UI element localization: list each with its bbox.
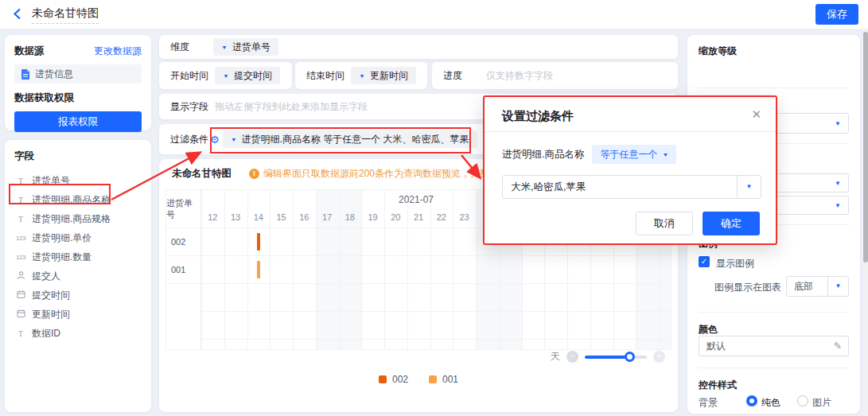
widget-style-title: 控件样式	[699, 379, 737, 392]
datasource-name: 进货信息	[35, 68, 73, 81]
gantt-day-label: 21	[407, 208, 430, 227]
end-time-chip[interactable]: ▼ 更新时间	[351, 67, 416, 84]
topbar: 未命名甘特图 保存	[0, 0, 868, 29]
color-section-title: 颜色	[699, 323, 718, 336]
close-icon[interactable]: ✕	[751, 107, 761, 122]
confirm-button[interactable]: 确定	[703, 212, 760, 235]
filter-label: 过滤条件	[170, 133, 215, 146]
datasource-title: 数据源	[14, 45, 45, 58]
text-field-icon: T	[14, 196, 27, 204]
edit-icon[interactable]: ✎	[834, 340, 842, 352]
field-item[interactable]: 提交时间	[14, 286, 142, 305]
person-field-icon	[14, 270, 27, 282]
field-item[interactable]: 123进货明细.数量	[14, 247, 142, 266]
datasource-item[interactable]: 进货信息	[14, 64, 142, 84]
bg-solid-label: 纯色	[761, 396, 780, 410]
caret-down-icon: ▼	[223, 72, 229, 79]
show-legend-label: 显示图例	[716, 257, 754, 270]
caret-down-icon: ▼	[737, 176, 761, 198]
modal-title: 设置过滤条件	[502, 109, 574, 124]
report-permission-button[interactable]: 报表权限	[14, 111, 142, 132]
gantt-day-label: 13	[224, 208, 247, 227]
filter-modal: 设置过滤条件 ✕ 进货明细.商品名称 等于任意一个 ▼ 大米,哈密瓜,苹果 ▼ …	[483, 95, 777, 245]
slider-track[interactable]	[585, 356, 647, 359]
modal-field-label: 进货明细.商品名称	[502, 148, 584, 161]
start-time-chip[interactable]: ▼ 提交时间	[215, 67, 280, 84]
zoom-section-title: 缩放等级	[699, 45, 737, 58]
cancel-button[interactable]: 取消	[636, 212, 693, 235]
start-time-row: 开始时间 ▼ 提交时间	[159, 62, 292, 89]
gantt-day-label: 19	[361, 208, 384, 227]
start-time-label: 开始时间	[170, 69, 215, 83]
gantt-day-label: 22	[430, 208, 453, 227]
scrollbar-thumb[interactable]	[863, 32, 868, 262]
gantt-day-label: 14	[247, 208, 271, 227]
fields-card: 字段 T进货单号T进货明细.商品名称T进货明细.商品规格123进货明细.单价12…	[5, 140, 151, 412]
color-input[interactable]: 默认 ✎	[699, 336, 849, 356]
field-item[interactable]: T数据ID	[14, 324, 142, 343]
scrollbar-track[interactable]	[863, 29, 868, 416]
field-item[interactable]: T进货明细.商品名称	[14, 190, 142, 209]
calendar-field-icon	[14, 309, 27, 320]
chart-legend: 002001	[159, 374, 678, 385]
display-fields-dropzone[interactable]: 拖动左侧字段到此处来添加显示字段	[215, 100, 368, 114]
filter-settings-gear-icon[interactable]: ⚙︎	[210, 134, 220, 146]
gantt-day-label: 20	[384, 208, 407, 227]
datasource-card: 数据源 更改数据源 进货信息 数据获取权限 报表权限	[5, 35, 151, 130]
save-button[interactable]: 保存	[815, 4, 858, 25]
zoom-in-button[interactable]: +	[653, 351, 665, 363]
dimension-row: 维度 ▼ 进货单号	[159, 35, 678, 59]
change-datasource-link[interactable]: 更改数据源	[94, 45, 142, 58]
filter-value-select[interactable]: 大米,哈密瓜,苹果 ▼	[502, 175, 761, 199]
back-button[interactable]	[13, 8, 24, 21]
filter-condition-chip[interactable]: ▼ 进货明细.商品名称 等于任意一个 大米、哈密瓜、苹果	[223, 130, 477, 148]
fields-title: 字段	[14, 150, 142, 163]
display-fields-label: 显示字段	[170, 100, 215, 114]
caret-down-icon: ▼	[221, 44, 228, 50]
dimension-chip[interactable]: ▼ 进货单号	[213, 38, 278, 56]
field-list: T进货单号T进货明细.商品名称T进货明细.商品规格123进货明细.单价123进货…	[14, 171, 142, 343]
show-legend-checkbox[interactable]: ✓	[699, 256, 710, 267]
number-field-icon: 123	[14, 254, 27, 261]
gantt-row-labels: 002001	[166, 228, 200, 284]
gantt-day-label: 15	[270, 208, 293, 227]
gantt-month-label: 2021-07	[399, 194, 434, 205]
zoom-slider: 天 − +	[551, 350, 665, 364]
field-item[interactable]: T进货明细.商品规格	[14, 209, 142, 228]
text-field-icon: T	[14, 329, 27, 338]
bg-image-radio[interactable]	[797, 395, 808, 406]
gantt-day-label: 18	[339, 208, 362, 227]
zoom-out-button[interactable]: −	[566, 351, 578, 363]
caret-down-icon: ▼	[231, 136, 237, 142]
warning-icon: !	[249, 169, 259, 179]
field-item[interactable]: 123进货明细.单价	[14, 228, 142, 247]
background-label: 背景	[699, 396, 718, 410]
progress-label: 进度	[443, 69, 475, 83]
bg-image-label: 图片	[812, 396, 831, 410]
legend-item-001[interactable]: 001	[429, 374, 458, 385]
gantt-row-label: 001	[166, 256, 200, 284]
gantt-day-label: 12	[201, 208, 224, 227]
legend-item-002[interactable]: 002	[379, 374, 408, 385]
field-item[interactable]: 提交人	[14, 266, 142, 286]
gantt-bar-001	[257, 261, 260, 278]
operator-select[interactable]: 等于任意一个 ▼	[592, 145, 676, 164]
end-time-label: 结束时间	[306, 69, 351, 83]
caret-down-icon: ▼	[827, 120, 848, 127]
end-time-row: 结束时间 ▼ 更新时间	[295, 62, 427, 89]
field-item[interactable]: 更新时间	[14, 305, 142, 324]
field-item[interactable]: T进货单号	[14, 171, 142, 190]
caret-down-icon: ▼	[827, 277, 848, 296]
progress-placeholder[interactable]: 仅支持数字字段	[486, 69, 553, 83]
slider-handle[interactable]	[625, 352, 635, 362]
permission-title: 数据获取权限	[14, 91, 142, 105]
gantt-body	[201, 228, 671, 349]
caret-down-icon: ▼	[662, 151, 668, 157]
bg-solid-radio[interactable]	[746, 395, 757, 406]
gantt-day-label: 16	[293, 208, 316, 227]
calendar-field-icon	[14, 290, 27, 301]
legend-position-select[interactable]: 底部 ▼	[786, 276, 849, 297]
page-title[interactable]: 未命名甘特图	[32, 6, 99, 24]
caret-down-icon: ▼	[827, 180, 848, 187]
legend-swatch	[429, 375, 437, 383]
